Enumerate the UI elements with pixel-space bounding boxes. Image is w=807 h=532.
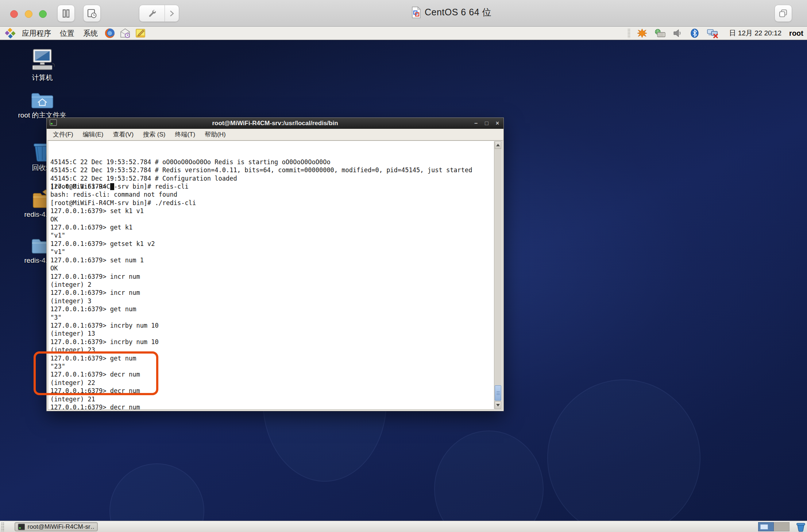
terminal-scrollbar[interactable] [494, 141, 502, 409]
menu-applications[interactable]: 应用程序 [18, 27, 55, 40]
arrow-down-icon [496, 404, 500, 406]
terminal-cursor [110, 183, 114, 190]
terminal-output-line: [root@MiWiFi-R4CM-srv bin]# ./redis-cli [50, 199, 493, 207]
zoom-traffic-light[interactable] [39, 10, 47, 18]
terminal-output-line: OK [50, 264, 493, 272]
home-folder-icon [17, 91, 68, 109]
terminal-output-line: 127.0.0.1:6379> incr num [50, 273, 493, 281]
terminal-titlebar[interactable]: root@MiWiFi-R4CM-srv:/usr/local/redis/bi… [47, 118, 503, 129]
terminal-output-line: 127.0.0.1:6379> decr num [50, 403, 493, 409]
updates-icon[interactable] [637, 28, 647, 38]
keyboard-layout-icon[interactable] [655, 29, 665, 38]
terminal-output-line: 45145:C 22 Dec 19:53:52.784 # Configurat… [50, 174, 493, 182]
snapshot-icon [87, 9, 97, 18]
scroll-down-button[interactable] [495, 401, 501, 409]
network-status-icon[interactable] [707, 28, 718, 38]
terminal-output-line: (integer) 21 [50, 395, 493, 403]
terminal-menu-item[interactable]: 搜索 (S) [138, 130, 170, 139]
vm-title: CentOS 6 64 位 [412, 6, 491, 18]
scrollbar-thumb[interactable] [495, 385, 501, 401]
terminal-output-line: 127.0.0.1:6379> set num 1 [50, 256, 493, 264]
workspace-1[interactable] [758, 522, 774, 531]
terminal-output-line: (integer) 3 [50, 297, 493, 305]
terminal-output-line: "v1" [50, 231, 493, 239]
panel-clock[interactable]: 日 12月 22 20:12 [729, 28, 781, 38]
background-circle [434, 431, 544, 532]
vm-tools-button[interactable] [139, 5, 179, 22]
panel-drag-handle[interactable] [628, 28, 630, 38]
window-close-button[interactable]: × [496, 118, 499, 129]
email-launcher-icon[interactable] [120, 28, 131, 38]
terminal-menu-item[interactable]: 终端(T) [170, 130, 200, 139]
terminal-output-line: 45145:C 22 Dec 19:53:52.784 # Redis vers… [50, 166, 493, 174]
terminal-menu-item[interactable]: 文件(F) [48, 130, 78, 139]
terminal-output-line: 127.0.0.1:6379> incrby num 10 [50, 338, 493, 346]
menu-places[interactable]: 位置 [55, 27, 79, 40]
terminal-menubar: 文件(F)编辑(E)查看(V)搜索 (S)终端(T)帮助(H) [47, 129, 503, 140]
scroll-up-button[interactable] [495, 141, 501, 149]
terminal-output-line: (integer) 2 [50, 281, 493, 289]
terminal-title: root@MiWiFi-R4CM-srv:/usr/local/redis/bi… [47, 120, 503, 127]
window-maximize-button[interactable]: □ [485, 118, 489, 129]
pause-icon [62, 9, 70, 18]
vm-snapshot-button[interactable] [83, 5, 101, 22]
terminal-icon [18, 524, 25, 530]
computer-icon [17, 49, 68, 72]
background-circle [547, 379, 700, 532]
close-traffic-light[interactable] [10, 10, 18, 18]
taskbar-drag-handle[interactable] [1, 522, 4, 531]
overlapping-windows-icon [779, 9, 788, 18]
desktop-icon-label: 计算机 [17, 73, 68, 82]
bottom-taskbar: root@MiWiFi-R4CM-sr… [0, 521, 807, 532]
minimize-traffic-light[interactable] [25, 10, 32, 18]
terminal-output-line: 127.0.0.1:6379> getset k1 v2 [50, 240, 493, 248]
taskbar-terminal-task[interactable]: root@MiWiFi-R4CM-sr… [15, 522, 98, 531]
desktop-icon-home-folder[interactable]: root 的主文件夹 [17, 91, 68, 120]
bluetooth-icon[interactable] [690, 28, 699, 38]
terminal-output-line: 127.0.0.1:6379> incrby num 10 [50, 321, 493, 329]
wrench-icon [147, 8, 157, 19]
vm-pause-button[interactable] [57, 5, 75, 22]
notes-launcher-icon[interactable] [135, 28, 146, 38]
vm-document-icon [412, 7, 421, 18]
gnome-top-panel: 应用程序 位置 系统 [0, 27, 807, 40]
taskbar-task-label: root@MiWiFi-R4CM-sr… [27, 523, 94, 531]
vm-fullscreen-button[interactable] [775, 5, 792, 22]
terminal-output-line: 127.0.0.1:6379> get k1 [50, 223, 493, 231]
workspace-switcher [758, 522, 789, 531]
vm-title-text: CentOS 6 64 位 [425, 6, 491, 18]
terminal-output-line: 127.0.0.1:6379> get num [50, 305, 493, 313]
terminal-output-line: OK [50, 215, 493, 223]
workspace-2[interactable] [774, 522, 789, 531]
terminal-output-lines: 45145:C 22 Dec 19:53:52.784 # oO0OoO0OoO… [50, 158, 493, 166]
vm-tools-dropdown[interactable] [165, 10, 179, 17]
panel-user[interactable]: root [789, 29, 803, 38]
terminal-output-line: (integer) 13 [50, 329, 493, 338]
vm-window-titlebar: CentOS 6 64 位 [0, 0, 807, 27]
taskbar-trash-icon[interactable] [796, 522, 806, 532]
terminal-menu-item[interactable]: 编辑(E) [78, 130, 108, 139]
terminal-output-line: 45145:C 22 Dec 19:53:52.784 # oO0OoO0OoO… [50, 158, 493, 166]
terminal-output-line: "v1" [50, 248, 493, 256]
desktop-icon-computer[interactable]: 计算机 [17, 49, 68, 82]
terminal-prompt: 127.0.0.1:6379> [50, 182, 107, 190]
terminal-output-line: 127.0.0.1:6379> incr num [50, 289, 493, 297]
terminal-output-line: 127.0.0.1:6379> set k1 v1 [50, 207, 493, 215]
menu-system[interactable]: 系统 [79, 27, 102, 40]
annotation-highlight-box [34, 351, 158, 395]
terminal-output-line: bash: redis-cli: command not found [50, 190, 493, 198]
terminal-menu-item[interactable]: 帮助(H) [200, 130, 231, 139]
arrow-up-icon [496, 144, 500, 146]
terminal-menu-item[interactable]: 查看(V) [108, 130, 138, 139]
chevron-right-icon [170, 10, 174, 17]
window-minimize-button[interactable]: − [474, 118, 478, 129]
terminal-output-line: "3" [50, 313, 493, 321]
firefox-launcher-icon[interactable] [104, 28, 115, 39]
centos-logo-icon[interactable] [5, 28, 15, 38]
volume-icon[interactable] [673, 29, 683, 38]
